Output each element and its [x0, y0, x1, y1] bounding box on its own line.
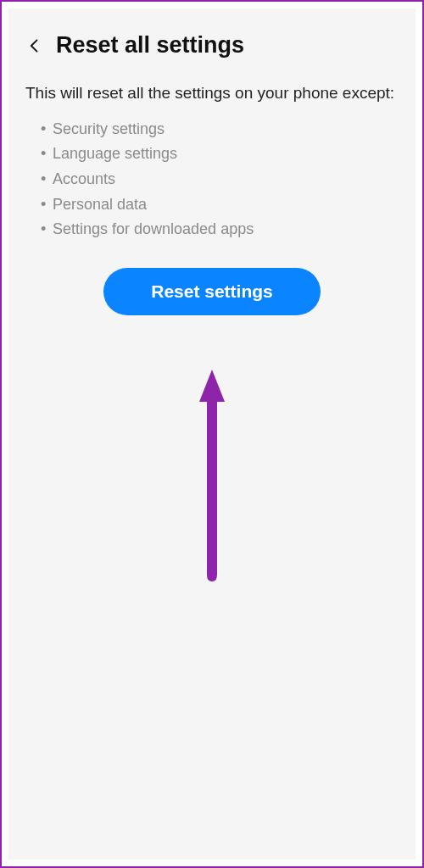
reset-settings-button[interactable]: Reset settings: [103, 268, 321, 315]
page-header: Reset all settings: [25, 32, 399, 58]
app-frame-inner: Reset all settings This will reset all t…: [8, 8, 416, 860]
list-item: Accounts: [41, 167, 399, 192]
list-item: Personal data: [41, 192, 399, 218]
list-item: Language settings: [41, 142, 399, 167]
list-item: Settings for downloaded apps: [41, 217, 399, 242]
button-container: Reset settings: [25, 268, 399, 315]
annotation-arrow-icon: [192, 364, 232, 585]
exception-list: Security settings Language settings Acco…: [25, 117, 399, 242]
back-icon[interactable]: [25, 36, 44, 55]
reset-description: This will reset all the settings on your…: [25, 82, 399, 105]
page-title: Reset all settings: [56, 32, 244, 58]
app-frame-outer: Reset all settings This will reset all t…: [0, 0, 424, 868]
list-item: Security settings: [41, 117, 399, 142]
